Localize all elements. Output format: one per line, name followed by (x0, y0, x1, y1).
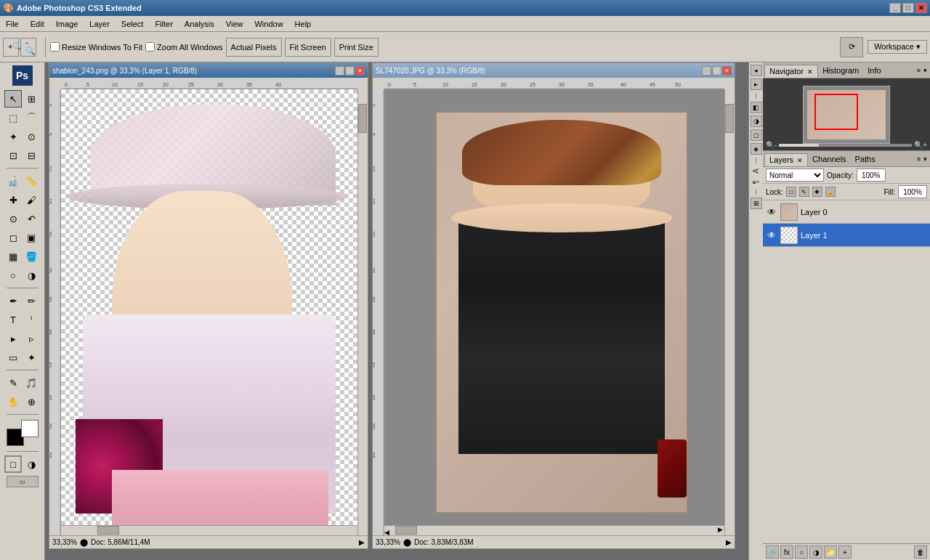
blend-mode-select[interactable]: Normal Multiply Screen (766, 169, 824, 182)
brush-tool[interactable]: 🖌 (23, 191, 40, 208)
slice-tool[interactable]: ⊟ (23, 147, 40, 164)
ruler-tool[interactable]: 📏 (23, 172, 40, 190)
opacity-input[interactable] (857, 169, 886, 182)
doc-close-1[interactable]: ✕ (355, 66, 365, 76)
pen-tool[interactable]: ✒ (4, 292, 22, 309)
layer-eye-1[interactable]: 👁 (766, 230, 777, 241)
notes-tool[interactable]: ✎ (4, 374, 22, 391)
layers-panel-collapse[interactable]: ▾ (922, 154, 929, 164)
resize-windows-checkbox[interactable] (50, 42, 60, 52)
delete-layer-icon[interactable]: 🗑 (914, 545, 927, 559)
freeform-pen-tool[interactable]: ✏ (23, 292, 40, 309)
canvas-rotate-icon[interactable]: ⟳ (840, 37, 863, 57)
direct-select-tool[interactable]: ▹ (23, 330, 40, 347)
tab-channels[interactable]: Channels (808, 153, 850, 165)
layer-eye-0[interactable]: 👁 (766, 206, 777, 218)
menu-filter[interactable]: Filter (149, 16, 178, 31)
doc-minimize-2[interactable]: _ (702, 66, 711, 76)
paragraph-side-icon[interactable]: ¶ (751, 177, 761, 187)
menu-layer[interactable]: Layer (84, 16, 116, 31)
status-arrow-2[interactable]: ▶ (726, 538, 732, 546)
panel-options-icon[interactable]: ▸ (751, 78, 762, 90)
scroll-thumb-v-2[interactable] (725, 104, 734, 133)
eyedropper-tool[interactable]: 🔬 (4, 172, 22, 190)
screen-mode-button[interactable]: ▭ (7, 476, 39, 487)
tab-layers[interactable]: Layers ✕ (764, 153, 808, 166)
paint-bucket-tool[interactable]: 🪣 (23, 248, 40, 265)
collapse-panel-icon[interactable]: ◂ (751, 65, 762, 76)
zoom-tool[interactable]: ⊕ (23, 393, 40, 410)
lock-transparent-icon[interactable]: □ (786, 187, 796, 197)
crop-tool[interactable]: ⊡ (4, 147, 22, 164)
scroll-h-1[interactable] (61, 525, 357, 535)
close-button[interactable]: ✕ (915, 3, 927, 13)
shape-tool[interactable]: ▭ (4, 349, 22, 366)
move-tool[interactable]: ↖ (4, 90, 22, 107)
doc-maximize-1[interactable]: □ (345, 66, 355, 76)
menu-help[interactable]: Help (289, 16, 318, 31)
tab-info[interactable]: Info (863, 65, 885, 76)
menu-file[interactable]: File (0, 16, 25, 31)
scroll-thumb-v-1[interactable] (358, 104, 367, 133)
nav-panel-menu[interactable]: ≡ (915, 65, 922, 76)
healing-brush-tool[interactable]: ✚ (4, 191, 22, 208)
adjustment-layer-icon[interactable]: ◑ (809, 545, 822, 559)
clone-stamp-tool[interactable]: ⊙ (4, 210, 22, 227)
text-tool-side-icon[interactable]: A (751, 166, 761, 176)
history-icon[interactable]: ⊞ (751, 198, 762, 209)
lasso-tool[interactable]: ⌒ (23, 109, 40, 126)
layers-panel-menu[interactable]: ≡ (915, 154, 922, 164)
menu-view[interactable]: View (220, 16, 249, 31)
custom-shape-tool[interactable]: ✦ (23, 349, 40, 366)
fill-input[interactable] (898, 185, 927, 198)
menu-analysis[interactable]: Analysis (179, 16, 220, 31)
eraser-tool[interactable]: ◻ (4, 229, 22, 246)
resize-windows-check[interactable]: Resize Windows To Fit (50, 42, 142, 52)
lock-position-icon[interactable]: ✚ (812, 187, 822, 197)
standard-mode-button[interactable]: □ (4, 455, 22, 473)
new-layer-icon[interactable]: + (838, 545, 852, 559)
vertical-type-tool[interactable]: ᴵ (23, 311, 40, 328)
add-mask-icon[interactable]: ○ (795, 545, 808, 559)
menu-edit[interactable]: Edit (25, 16, 50, 31)
link-layers-icon[interactable]: 🔗 (766, 545, 779, 559)
rect-select-tool[interactable]: ⬚ (4, 109, 22, 126)
adjustment-icon[interactable]: ◑ (751, 115, 762, 127)
quick-select-tool[interactable]: ⊙ (23, 128, 40, 145)
scroll-v-2[interactable] (724, 89, 735, 535)
nav-view-box[interactable] (814, 94, 858, 130)
workspace-button[interactable]: Workspace ▾ (868, 40, 927, 54)
lock-all-icon[interactable]: 🔒 (825, 187, 836, 197)
3d-icon[interactable]: ◈ (751, 143, 762, 155)
status-arrow-1[interactable]: ▶ (359, 538, 365, 546)
bg-eraser-tool[interactable]: ▣ (23, 229, 40, 246)
scroll-nav-right-2[interactable]: ▶ (718, 526, 723, 533)
maximize-button[interactable]: □ (902, 3, 914, 13)
tab-navigator[interactable]: Navigator ✕ (764, 65, 818, 78)
audio-tool[interactable]: 🎵 (23, 374, 40, 391)
menu-select[interactable]: Select (116, 16, 150, 31)
burn-tool[interactable]: ◑ (23, 267, 40, 284)
menu-image[interactable]: Image (50, 16, 84, 31)
doc-minimize-1[interactable]: _ (335, 66, 344, 76)
tab-layers-close[interactable]: ✕ (797, 157, 803, 164)
tab-histogram[interactable]: Histogram (818, 65, 863, 76)
quick-mask-button[interactable]: ◑ (23, 455, 40, 473)
tab-paths[interactable]: Paths (851, 153, 880, 165)
new-group-icon[interactable]: 📁 (824, 545, 837, 559)
zoom-in-button[interactable]: +🔍 (3, 38, 19, 57)
nav-panel-collapse[interactable]: ▾ (922, 65, 929, 76)
zoom-out-button[interactable]: -🔍 (20, 38, 36, 57)
path-select-tool[interactable]: ▸ (4, 330, 22, 347)
gradient-tool[interactable]: ▦ (4, 248, 22, 265)
status-icon-1[interactable]: ⬤ (80, 538, 88, 546)
scroll-v-1[interactable] (357, 89, 368, 535)
layer-row-0[interactable]: 👁 Layer 0 (763, 200, 930, 224)
fit-screen-button[interactable]: Fit Screen (285, 38, 331, 57)
doc-close-2[interactable]: ✕ (722, 66, 732, 76)
menu-window[interactable]: Window (248, 16, 288, 31)
lock-image-icon[interactable]: ✎ (799, 187, 809, 197)
swap-colors-icon[interactable]: ⇄ (12, 432, 18, 440)
scroll-h-2[interactable]: ◀ ▶ (384, 525, 724, 535)
tab-navigator-close[interactable]: ✕ (807, 68, 813, 76)
